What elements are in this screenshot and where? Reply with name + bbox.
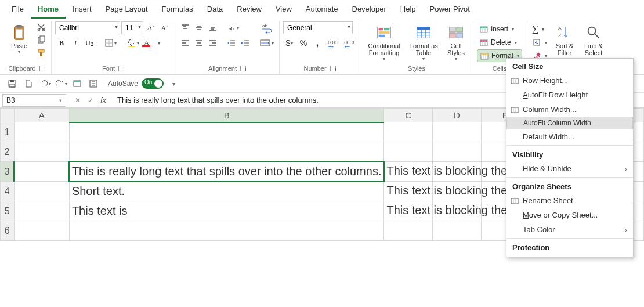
redo-button[interactable]: ▾: [55, 77, 67, 90]
cell-styles-button[interactable]: Cell Styles▾: [443, 21, 469, 64]
qat-button[interactable]: [71, 77, 84, 90]
cell[interactable]: This is really long text that spills ove…: [69, 162, 384, 182]
dialog-launcher-icon[interactable]: [240, 66, 246, 71]
fx-button[interactable]: fx: [97, 95, 109, 106]
cell[interactable]: Short text.: [69, 182, 384, 201]
bold-button[interactable]: B: [55, 37, 68, 49]
align-bottom-button[interactable]: [207, 21, 219, 34]
cell[interactable]: [384, 221, 433, 241]
font-size-input[interactable]: [121, 21, 143, 34]
number-format-input[interactable]: [283, 21, 353, 34]
align-center-button[interactable]: [193, 37, 205, 49]
cell[interactable]: This text is blocking the text in column…: [384, 201, 433, 221]
column-header[interactable]: C: [384, 109, 433, 122]
cell[interactable]: [69, 122, 384, 142]
menu-item-rename-sheet[interactable]: Rename Sheet: [506, 193, 633, 208]
autosum-button[interactable]: ∑▾: [530, 23, 549, 35]
cell[interactable]: [433, 162, 482, 182]
row-header[interactable]: 5: [1, 201, 15, 221]
font-name-input[interactable]: [55, 21, 120, 34]
cell[interactable]: [384, 122, 433, 142]
align-top-button[interactable]: [179, 21, 191, 34]
format-painter-button[interactable]: [35, 47, 48, 59]
cell[interactable]: This text is: [69, 201, 384, 221]
conditional-formatting-button[interactable]: Conditional Formatting▾: [364, 21, 404, 64]
row-header[interactable]: 3: [1, 162, 15, 182]
cell[interactable]: This text is blocking the text in column…: [384, 182, 433, 201]
tab-insert[interactable]: Insert: [66, 2, 99, 19]
align-right-button[interactable]: [207, 37, 219, 49]
select-all-corner[interactable]: [1, 109, 15, 122]
cell[interactable]: [69, 221, 384, 241]
qat-button2[interactable]: [87, 77, 100, 90]
cell[interactable]: [14, 162, 69, 182]
underline-button[interactable]: U▾: [83, 37, 96, 49]
column-header[interactable]: A: [14, 109, 69, 122]
cell[interactable]: [14, 201, 69, 221]
tab-automate[interactable]: Automate: [299, 2, 345, 19]
tab-developer[interactable]: Developer: [345, 2, 393, 19]
qat-customize-button[interactable]: ▾: [167, 77, 180, 90]
cut-button[interactable]: [35, 21, 48, 33]
cell[interactable]: [433, 201, 482, 221]
row-header[interactable]: 6: [1, 221, 15, 241]
menu-item-column-width[interactable]: Column Width...: [506, 102, 633, 117]
cell[interactable]: [433, 221, 482, 241]
row-header[interactable]: 2: [1, 142, 15, 162]
decrease-font-button[interactable]: A˅: [158, 21, 171, 34]
undo-button[interactable]: ▾: [38, 77, 51, 90]
cell[interactable]: [14, 182, 69, 201]
accounting-format-button[interactable]: $▾: [283, 37, 296, 49]
menu-item-row-height[interactable]: Row Height...: [506, 73, 633, 88]
increase-indent-button[interactable]: [239, 37, 252, 49]
italic-button[interactable]: I: [69, 37, 82, 49]
increase-font-button[interactable]: A˄: [144, 21, 157, 34]
increase-decimal-button[interactable]: .0.00: [325, 37, 340, 49]
align-left-button[interactable]: [179, 37, 191, 49]
copy-button[interactable]: [35, 34, 48, 46]
new-button[interactable]: [22, 77, 35, 90]
tab-file[interactable]: File: [5, 2, 31, 19]
menu-item-tab-color[interactable]: Tab Color›: [506, 222, 633, 237]
decrease-indent-button[interactable]: [225, 37, 238, 49]
chevron-down-icon[interactable]: ▾: [59, 97, 62, 103]
tab-review[interactable]: Review: [230, 2, 269, 19]
cell[interactable]: [433, 122, 482, 142]
tab-page-layout[interactable]: Page Layout: [99, 2, 155, 19]
merge-center-button[interactable]: ▾: [258, 37, 276, 49]
cell[interactable]: This text is blocking the text in column…: [384, 162, 433, 182]
decrease-decimal-button[interactable]: .00.0: [341, 37, 356, 49]
insert-cells-button[interactable]: Insert▾: [477, 23, 522, 35]
menu-item-autofit-row-height[interactable]: AutoFit Row Height: [506, 88, 633, 102]
dialog-launcher-icon[interactable]: [39, 66, 45, 71]
font-color-button[interactable]: A▾: [142, 37, 162, 49]
row-header[interactable]: 4: [1, 182, 15, 201]
cell[interactable]: [384, 142, 433, 162]
menu-item-default-width[interactable]: Default Width...: [506, 129, 633, 144]
cell[interactable]: [433, 142, 482, 162]
cell[interactable]: [14, 221, 69, 241]
save-button[interactable]: [6, 77, 19, 90]
cell[interactable]: [433, 182, 482, 201]
cell[interactable]: [69, 142, 384, 162]
menu-item-hide-unhide[interactable]: Hide & Unhide›: [506, 161, 633, 176]
orientation-button[interactable]: ab▾: [225, 21, 241, 34]
tab-power-pivot[interactable]: Power Pivot: [423, 2, 477, 19]
tab-help[interactable]: Help: [393, 2, 423, 19]
percent-format-button[interactable]: %: [297, 37, 310, 49]
align-middle-button[interactable]: [193, 21, 205, 34]
autosave-toggle[interactable]: On: [142, 78, 164, 89]
tab-view[interactable]: View: [269, 2, 299, 19]
delete-cells-button[interactable]: Delete▾: [477, 36, 522, 49]
row-header[interactable]: 1: [1, 122, 15, 142]
tab-data[interactable]: Data: [200, 2, 230, 19]
fill-color-button[interactable]: ▾: [125, 37, 141, 49]
column-header[interactable]: D: [433, 109, 482, 122]
tab-home[interactable]: Home: [31, 2, 66, 19]
cancel-formula-button[interactable]: ✕: [72, 95, 84, 106]
tab-formulas[interactable]: Formulas: [155, 2, 200, 19]
wrap-text-button[interactable]: ab: [258, 21, 276, 34]
borders-button[interactable]: ▾: [103, 37, 118, 49]
cell[interactable]: [14, 122, 69, 142]
menu-item-autofit-column-width[interactable]: AutoFit Column Width: [506, 117, 633, 129]
